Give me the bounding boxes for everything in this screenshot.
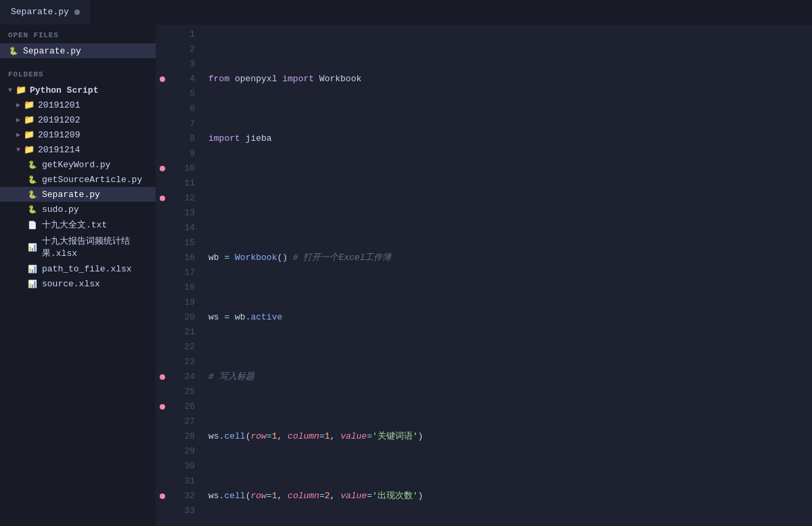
file-xlsx-result[interactable]: 📊 十九大报告词频统计结果.xlsx [0,233,156,261]
tab-label: Separate.py [11,7,69,17]
python-icon-getsource: 🐍 [27,174,38,185]
folder-20191201[interactable]: ▶ 📁 20191201 [0,97,156,112]
file-label-source-xlsx: source.xlsx [42,279,100,289]
ln-18: 18 [169,280,195,295]
code-lines[interactable]: from openpyxl import Workbook import jie… [203,24,812,526]
ln-22: 22 [169,340,195,355]
file-label-getsource: getSourceArticle.py [42,175,142,185]
open-file-separate[interactable]: 🐍 Separate.py [0,43,156,58]
editor-area[interactable]: 1 2 3 4 5 6 7 8 9 10 11 12 13 14 15 16 1… [156,24,812,526]
bp-5 [156,87,169,102]
code-line-7: ws.cell(row=1, column=1, value='关键词语') [208,429,812,444]
bp-3 [156,57,169,72]
ln-29: 29 [169,444,195,459]
folders-header: FOLDERS [0,64,156,83]
bp-20 [156,310,169,325]
breakpoint-dot-4 [160,76,165,82]
folder-icon-20191214: 📁 [24,144,35,155]
folder-20191214[interactable]: ▼ 📁 20191214 [0,142,156,157]
ln-12: 12 [169,191,195,206]
active-tab[interactable]: Separate.py [0,0,91,24]
file-sudo[interactable]: 🐍 sudo.py [0,202,156,217]
folder-20191209[interactable]: ▶ 📁 20191209 [0,127,156,142]
file-source-xlsx[interactable]: 📊 source.xlsx [0,276,156,291]
file-label-xlsx-result: 十九大报告词频统计结果.xlsx [42,235,148,259]
bp-7 [156,116,169,131]
folder-icon-20191201: 📁 [24,100,35,110]
python-icon-separate: 🐍 [27,189,38,200]
bp-33 [156,504,169,519]
ln-24: 24 [169,370,195,385]
open-files-header: OPEN FILES [0,24,156,43]
open-file-name: Separate.py [23,46,81,56]
root-folder-label: Python Script [30,85,98,95]
ln-4: 4 [169,72,195,87]
ln-5: 5 [169,87,195,102]
bp-22 [156,340,169,355]
file-txt[interactable]: 📄 十九大全文.txt [0,217,156,233]
ln-26: 26 [169,399,195,414]
excel-icon-source: 📊 [27,278,38,289]
chevron-right-icon: ▶ [16,101,20,109]
bp-6 [156,102,169,116]
ln-13: 13 [169,206,195,221]
ln-11: 11 [169,176,195,191]
file-path-xlsx[interactable]: 📊 path_to_file.xlsx [0,261,156,276]
ln-8: 8 [169,131,195,146]
line-numbers: 1 2 3 4 5 6 7 8 9 10 11 12 13 14 15 16 1… [169,24,203,526]
bp-17 [156,265,169,280]
ln-7: 7 [169,116,195,131]
ln-32: 32 [169,489,195,504]
ln-17: 17 [169,265,195,280]
code-line-4: wb = Workbook() # 打开一个Excel工作簿 [208,250,812,265]
bp-11 [156,176,169,191]
breakpoint-dot-32 [160,494,165,499]
file-getsourcearticle[interactable]: 🐍 getSourceArticle.py [0,172,156,187]
bp-12 [156,191,169,206]
folder-label-20191202: 20191202 [38,115,80,125]
bp-4 [156,72,169,87]
bp-21 [156,325,169,340]
main-layout: OPEN FILES 🐍 Separate.py FOLDERS ▼ 📁 Pyt… [0,24,812,526]
ln-9: 9 [169,146,195,161]
folder-label-20191209: 20191209 [38,130,80,140]
file-label-sudo: sudo.py [42,204,79,215]
bp-2 [156,42,169,57]
ln-6: 6 [169,102,195,116]
folder-icon-20191202: 📁 [24,114,35,125]
bp-25 [156,385,169,399]
ln-23: 23 [169,355,195,370]
root-folder-icon: 📁 [16,85,26,95]
ln-3: 3 [169,57,195,72]
tab-bar: Separate.py [0,0,812,24]
folder-20191202[interactable]: ▶ 📁 20191202 [0,112,156,127]
file-separate[interactable]: 🐍 Separate.py [0,187,156,202]
ln-10: 10 [169,161,195,176]
bp-18 [156,280,169,295]
code-line-5: ws = wb.active [208,310,812,325]
sidebar: OPEN FILES 🐍 Separate.py FOLDERS ▼ 📁 Pyt… [0,24,156,526]
bp-9 [156,146,169,161]
breakpoint-dot-12 [160,196,165,201]
excel-icon-result: 📊 [27,242,38,253]
file-getkeyword[interactable]: 🐍 getKeyWord.py [0,157,156,172]
python-file-icon: 🐍 [8,45,19,56]
bp-32 [156,489,169,504]
file-label-separate: Separate.py [42,190,100,200]
chevron-down-icon: ▼ [8,87,12,94]
bp-1 [156,27,169,42]
bp-23 [156,355,169,370]
ln-19: 19 [169,295,195,310]
code-line-8: ws.cell(row=1, column=2, value='出现次数') [208,489,812,504]
folder-label-20191214: 20191214 [38,145,80,155]
bp-14 [156,221,169,236]
ln-30: 30 [169,459,195,474]
ln-27: 27 [169,414,195,429]
code-line-3 [208,191,812,206]
file-label-path-xlsx: path_to_file.xlsx [42,264,132,274]
folder-python-script[interactable]: ▼ 📁 Python Script [0,83,156,97]
ln-16: 16 [169,250,195,265]
code-line-2: import jieba [208,131,812,146]
code-container: 1 2 3 4 5 6 7 8 9 10 11 12 13 14 15 16 1… [156,24,812,526]
bp-13 [156,206,169,221]
